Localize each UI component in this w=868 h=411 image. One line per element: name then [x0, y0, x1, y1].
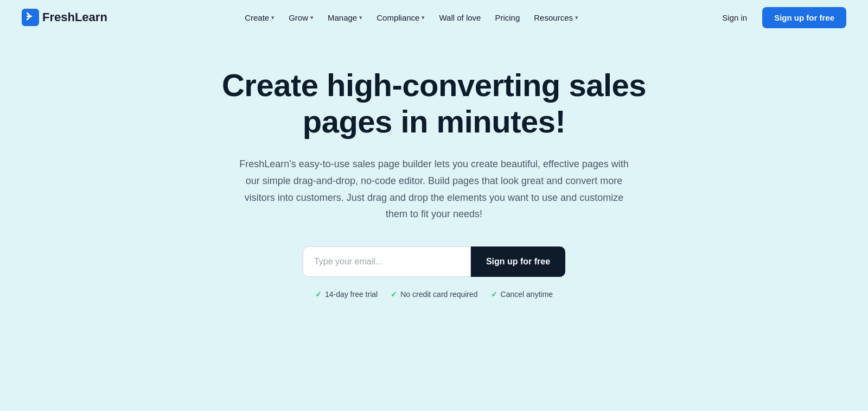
chevron-down-icon: ▾ — [310, 14, 314, 21]
badge-cancel-anytime: ✓ Cancel anytime — [491, 290, 553, 299]
hero-section: Create high-converting sales pages in mi… — [0, 35, 868, 320]
nav-pricing[interactable]: Pricing — [489, 9, 525, 27]
nav-links: Create ▾ Grow ▾ Manage ▾ Compliance ▾ Wa — [239, 9, 584, 27]
chevron-down-icon: ▾ — [271, 14, 275, 21]
hero-form: Sign up for free — [303, 246, 565, 277]
email-input[interactable] — [303, 246, 471, 277]
nav-grow[interactable]: Grow ▾ — [283, 9, 319, 27]
svg-rect-0 — [22, 9, 39, 26]
hero-title: Create high-converting sales pages in mi… — [190, 67, 678, 140]
logo-link[interactable]: FreshLearn — [22, 9, 107, 26]
nav-actions: Sign in Sign up for free — [716, 7, 846, 28]
chevron-down-icon: ▾ — [575, 14, 578, 21]
signup-nav-button[interactable]: Sign up for free — [762, 7, 846, 28]
chevron-down-icon: ▾ — [359, 14, 362, 21]
hero-subtitle: FreshLearn's easy-to-use sales page buil… — [239, 156, 629, 222]
logo-icon — [22, 9, 39, 26]
sign-in-button[interactable]: Sign in — [716, 9, 754, 27]
badge-no-credit-card: ✓ No credit card required — [391, 290, 477, 299]
check-icon: ✓ — [315, 290, 322, 299]
check-icon: ✓ — [391, 290, 397, 299]
nav-wall-of-love[interactable]: Wall of love — [433, 9, 486, 27]
signup-hero-button[interactable]: Sign up for free — [471, 246, 565, 277]
navbar: FreshLearn Create ▾ Grow ▾ Manage ▾ Comp… — [0, 0, 868, 35]
hero-badges: ✓ 14-day free trial ✓ No credit card req… — [315, 290, 553, 299]
nav-compliance[interactable]: Compliance ▾ — [371, 9, 430, 27]
logo-text: FreshLearn — [42, 10, 107, 24]
nav-resources[interactable]: Resources ▾ — [528, 9, 584, 27]
check-icon: ✓ — [491, 290, 497, 299]
badge-trial: ✓ 14-day free trial — [315, 290, 378, 299]
chevron-down-icon: ▾ — [422, 14, 425, 21]
nav-create[interactable]: Create ▾ — [239, 9, 280, 27]
nav-manage[interactable]: Manage ▾ — [322, 9, 368, 27]
